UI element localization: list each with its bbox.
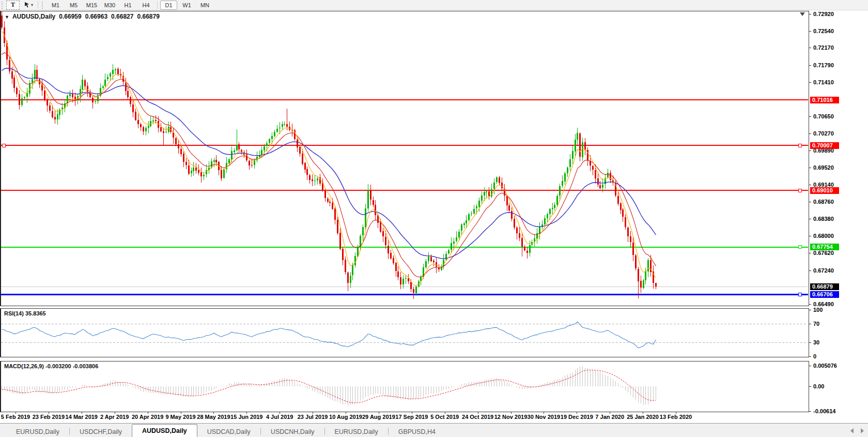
timeframe-button-m30[interactable]: M30 xyxy=(101,1,118,10)
macd-tick-label: -0.00614 xyxy=(813,408,835,414)
hline-handle xyxy=(798,144,801,147)
timeframe-toolbar: M1M5M15M30H1H4D1W1MN xyxy=(47,1,214,10)
price-tick-label: 0.70270 xyxy=(813,130,834,137)
date-label: 12 Nov 2019 xyxy=(494,414,528,420)
date-label: 24 Oct 2019 xyxy=(462,414,493,420)
macd-tick-label: 0.00 xyxy=(813,383,824,389)
axis-tick-mark xyxy=(809,324,811,324)
date-label: 5 Feb 2019 xyxy=(1,414,30,420)
toolbar-separator xyxy=(38,1,38,9)
macd-panel[interactable] xyxy=(0,361,809,412)
timeframe-button-h1[interactable]: H1 xyxy=(119,1,136,10)
date-label: 19 Dec 2019 xyxy=(561,414,593,420)
price-tick-label: 0.68380 xyxy=(813,216,834,222)
price-axis[interactable]: 0.729200.725400.721700.717900.714100.706… xyxy=(809,11,868,423)
date-label: 7 Jan 2020 xyxy=(595,414,624,420)
axis-tick-mark xyxy=(809,168,811,168)
date-label: 23 Feb 2019 xyxy=(33,414,65,420)
timeframe-button-w1[interactable]: W1 xyxy=(178,1,195,10)
quote-high: 0.66963 xyxy=(85,13,107,20)
price-tick-label: 0.70650 xyxy=(813,113,834,119)
toolbar-separator xyxy=(157,1,158,9)
date-label: 29 Aug 2019 xyxy=(362,414,395,420)
timeframe-button-d1[interactable]: D1 xyxy=(160,1,177,10)
macd-signal-value: -0.003806 xyxy=(73,363,99,369)
text-tool-button[interactable]: T xyxy=(6,1,20,10)
hline-price-badge: 0.67754 xyxy=(810,244,839,250)
timeframe-button-m1[interactable]: M1 xyxy=(47,1,64,10)
price-tick-label: 0.68000 xyxy=(813,233,834,239)
chart-shift-marker[interactable] xyxy=(800,12,805,16)
macd-label: MACD(12,26,9) -0.003200 -0.003806 xyxy=(4,363,98,369)
chart-tab-usdcad-daily[interactable]: USDCAD,Daily xyxy=(197,426,260,437)
timeframe-button-m5[interactable]: M5 xyxy=(65,1,82,10)
chart-tab-eurusd-daily[interactable]: EURUSD,Daily xyxy=(6,426,69,437)
rsi-tick-label: 30 xyxy=(813,339,819,345)
chart-tab-usdcnh-daily[interactable]: USDCNH,Daily xyxy=(261,426,324,437)
price-tick-label: 0.67620 xyxy=(813,250,834,256)
hlines-layer xyxy=(1,100,808,296)
hline-handle xyxy=(2,144,5,147)
date-label: 25 Jan 2020 xyxy=(627,414,659,420)
price-tick-label: 0.68760 xyxy=(813,199,834,205)
axis-tick-mark xyxy=(809,202,811,202)
rsi-line xyxy=(2,322,656,348)
macd-signal-line xyxy=(2,370,656,403)
price-tick-label: 0.72920 xyxy=(813,11,834,17)
current-price-badge: 0.66879 xyxy=(810,283,839,290)
price-tick-label: 0.71410 xyxy=(813,79,834,85)
price-tick-label: 0.69520 xyxy=(813,164,834,171)
date-label: 17 Sep 2019 xyxy=(395,414,428,420)
rsi-tick-label: 100 xyxy=(813,307,823,313)
hline-handle xyxy=(798,189,801,192)
axis-tick-mark xyxy=(809,304,811,305)
macd-tick-label: 0.005076 xyxy=(813,363,837,369)
timeframe-button-mn[interactable]: MN xyxy=(196,1,213,10)
toolbar-grip[interactable] xyxy=(42,2,45,9)
toolbar-grip[interactable] xyxy=(2,2,5,9)
price-tick-label: 0.72170 xyxy=(813,44,834,51)
axis-tick-mark xyxy=(809,31,811,32)
main-chart-canvas[interactable] xyxy=(1,11,808,306)
macd-value: -0.003200 xyxy=(45,363,71,369)
tab-scroll-left-button[interactable] xyxy=(850,428,854,433)
axis-tick-mark xyxy=(809,82,811,83)
axis-tick-mark xyxy=(809,386,811,387)
date-label: 23 Jul 2019 xyxy=(298,414,328,420)
axis-tick-mark xyxy=(809,253,811,253)
hline-price-badge: 0.70007 xyxy=(810,142,839,149)
chart-tab-bar: EURUSD,DailyUSDCHF,DailyAUDUSD,DailyUSDC… xyxy=(0,423,868,437)
main-chart-panel[interactable] xyxy=(0,11,809,306)
pointer-tool-button[interactable]: ▾ xyxy=(23,1,35,9)
candles-layer xyxy=(1,11,657,299)
text-tool-icon: T xyxy=(11,1,15,9)
price-tick-label: 0.67240 xyxy=(813,267,834,274)
ma-slow-line xyxy=(2,68,656,259)
date-axis[interactable]: 5 Feb 201923 Feb 201914 Mar 20192 Apr 20… xyxy=(0,412,809,423)
hline-handle xyxy=(798,293,801,296)
price-tick-label: 0.71790 xyxy=(813,62,834,68)
hline-handle xyxy=(798,246,801,249)
timeframe-button-m15[interactable]: M15 xyxy=(83,1,100,10)
axis-tick-mark xyxy=(809,411,811,412)
rsi-panel[interactable] xyxy=(0,308,809,357)
top-toolbar: T ▾ M1M5M15M30H1H4D1W1MN xyxy=(0,0,868,10)
hline-price-badge: 0.66706 xyxy=(810,291,839,298)
axis-tick-mark xyxy=(809,48,811,48)
macd-canvas[interactable] xyxy=(1,361,808,412)
chart-tab-usdchf-daily[interactable]: USDCHF,Daily xyxy=(70,426,132,437)
dropdown-caret-icon[interactable]: ▾ xyxy=(31,3,33,7)
rsi-label: RSI(14) 35.8365 xyxy=(4,310,46,317)
timeframe-button-h4[interactable]: H4 xyxy=(137,1,154,10)
tab-scroll-right-button[interactable] xyxy=(861,428,864,433)
date-label: 15 Jun 2019 xyxy=(230,414,262,420)
macd-histogram xyxy=(2,366,656,406)
chart-tab-gbpusd-h4[interactable]: GBPUSD,H4 xyxy=(389,426,445,437)
chart-tab-eurusd-daily[interactable]: EURUSD,Daily xyxy=(325,426,388,437)
pointer-tool-icon xyxy=(24,2,30,8)
rsi-canvas[interactable] xyxy=(1,309,808,357)
symbol-dropdown-icon[interactable]: ▼ xyxy=(5,14,9,20)
axis-tick-mark xyxy=(809,133,811,134)
axis-tick-mark xyxy=(809,342,811,343)
chart-tab-audusd-daily[interactable]: AUDUSD,Daily xyxy=(132,424,197,437)
